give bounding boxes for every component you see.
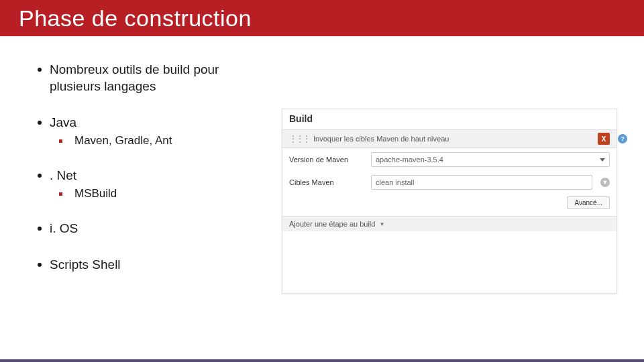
bullet-text: . Net <box>50 168 76 184</box>
maven-version-select[interactable]: apache-maven-3.5.4 <box>371 152 610 167</box>
chevron-down-icon: ▼ <box>379 221 384 227</box>
bullet-dot-icon <box>38 263 42 267</box>
slide-content: Nombreux outils de build pour plusieurs … <box>0 36 644 294</box>
bullet-text: Scripts Shell <box>50 257 121 274</box>
bullet-shell: Scripts Shell <box>38 257 266 274</box>
dotnet-section: . Net MSBuild <box>38 168 266 200</box>
delete-button[interactable]: X <box>598 133 610 145</box>
build-section-header: ⋮⋮⋮ Invoquer les cibles Maven de haut ni… <box>282 129 616 148</box>
bullet-dot-icon <box>38 121 42 125</box>
shell-section: Scripts Shell <box>38 257 266 274</box>
bullet-text: i. OS <box>50 221 78 237</box>
section-label: Invoquer les cibles Maven de haut niveau <box>313 135 449 143</box>
bullet-ios: i. OS <box>38 221 266 237</box>
sub-bullet-text: MSBuild <box>74 187 117 200</box>
intro-section: Nombreux outils de build pour plusieurs … <box>38 62 266 95</box>
slide-title: Phase de construction <box>19 5 252 32</box>
build-title: Build <box>282 109 616 129</box>
bullet-dot-icon <box>38 227 42 231</box>
maven-version-field: Version de Maven apache-maven-3.5.4 <box>282 148 616 171</box>
field-label: Cibles Maven <box>289 178 363 186</box>
expand-icon[interactable]: ▼ <box>600 178 610 187</box>
input-value: clean install <box>376 178 414 186</box>
sub-bullet-icon <box>59 192 62 196</box>
sub-bullet-dotnet: MSBuild <box>59 187 266 200</box>
bullet-dotnet: . Net <box>38 168 266 184</box>
section-drag-label: ⋮⋮⋮ Invoquer les cibles Maven de haut ni… <box>289 134 449 143</box>
bullet-intro: Nombreux outils de build pour plusieurs … <box>38 62 266 95</box>
bullet-column: Nombreux outils de build pour plusieurs … <box>38 62 266 294</box>
select-value: apache-maven-3.5.4 <box>376 156 443 164</box>
drag-handle-icon[interactable]: ⋮⋮⋮ <box>289 134 309 143</box>
bullet-dot-icon <box>38 174 42 178</box>
bullet-text: Java <box>50 115 76 131</box>
maven-goals-input[interactable]: clean install <box>371 175 592 190</box>
ios-section: i. OS <box>38 221 266 237</box>
sub-bullet-java: Maven, Gradle, Ant <box>59 134 266 147</box>
field-label: Version de Maven <box>289 156 363 164</box>
maven-goals-field: Cibles Maven clean install ▼ <box>282 171 616 194</box>
bullet-java: Java <box>38 115 266 131</box>
slide-header: Phase de construction <box>0 0 644 36</box>
bullet-text: Nombreux outils de build pour plusieurs … <box>50 62 266 95</box>
help-icon[interactable]: ? <box>618 134 627 143</box>
java-section: Java Maven, Gradle, Ant <box>38 115 266 147</box>
sub-bullet-icon <box>59 139 62 143</box>
add-step-label: Ajouter une étape au build <box>289 220 375 228</box>
advanced-button[interactable]: Avancé... <box>567 196 610 209</box>
sub-bullet-text: Maven, Gradle, Ant <box>74 134 172 147</box>
jenkins-screenshot: Build ⋮⋮⋮ Invoquer les cibles Maven de h… <box>282 109 617 294</box>
bullet-dot-icon <box>38 68 42 72</box>
advanced-row: Avancé... <box>282 194 616 216</box>
add-step-row[interactable]: Ajouter une étape au build ▼ <box>282 216 616 231</box>
footer-bar <box>0 359 644 362</box>
